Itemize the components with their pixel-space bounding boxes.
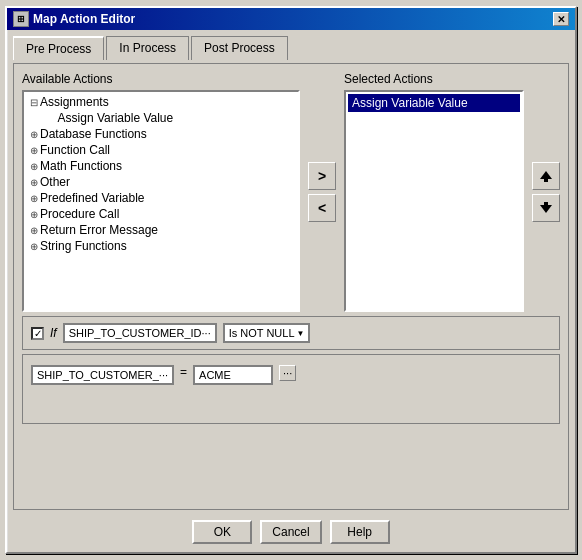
svg-rect-1 xyxy=(544,179,548,182)
expander-pred: ⊕ xyxy=(30,193,38,204)
expander-proc: ⊕ xyxy=(30,209,38,220)
move-down-icon xyxy=(539,201,553,215)
selected-actions-panel: Selected Actions Assign Variable Value xyxy=(344,72,524,312)
tree-item-label: Math Functions xyxy=(40,159,122,173)
tree-item-db-functions[interactable]: ⊕ Database Functions xyxy=(26,126,296,142)
right-buttons xyxy=(532,72,560,312)
assignment-area: SHIP_TO_CUSTOMER_··· = ACME ··· xyxy=(22,354,560,424)
available-actions-listbox[interactable]: ⊟ Assignments Assign Variable Value ⊕ Da… xyxy=(22,90,300,312)
browse-button[interactable]: ··· xyxy=(279,365,296,381)
tree-item-label: Database Functions xyxy=(40,127,147,141)
condition-operator[interactable]: Is NOT NULL ▼ xyxy=(223,323,311,343)
selected-actions-label: Selected Actions xyxy=(344,72,524,86)
tree-item-function-call[interactable]: ⊕ Function Call xyxy=(26,142,296,158)
tree-item-assignments[interactable]: ⊟ Assignments xyxy=(26,94,296,110)
svg-rect-3 xyxy=(544,202,548,205)
available-actions-panel: Available Actions ⊟ Assignments Assign V… xyxy=(22,72,300,312)
window-title: Map Action Editor xyxy=(33,12,135,26)
if-checkbox[interactable]: ✓ xyxy=(31,327,44,340)
title-bar: ⊞ Map Action Editor ✕ xyxy=(7,8,575,30)
tree-item-other[interactable]: ⊕ Other xyxy=(26,174,296,190)
tab-content: Available Actions ⊟ Assignments Assign V… xyxy=(13,63,569,510)
tree-item-return-error[interactable]: ⊕ Return Error Message xyxy=(26,222,296,238)
move-up-icon xyxy=(539,169,553,183)
tree-item-label: Return Error Message xyxy=(40,223,158,237)
move-left-button[interactable]: < xyxy=(308,194,336,222)
tree-item-string[interactable]: ⊕ String Functions xyxy=(26,238,296,254)
equals-sign: = xyxy=(180,365,187,379)
tree-item-predefined[interactable]: ⊕ Predefined Variable xyxy=(26,190,296,206)
tree-item-label: Assign Variable Value xyxy=(58,111,174,125)
tree-item-label: Assignments xyxy=(40,95,109,109)
operator-value: Is NOT NULL xyxy=(229,327,295,339)
expander-str: ⊕ xyxy=(30,241,38,252)
title-bar-left: ⊞ Map Action Editor xyxy=(13,11,135,27)
tree-item-procedure[interactable]: ⊕ Procedure Call xyxy=(26,206,296,222)
selected-actions-listbox[interactable]: Assign Variable Value xyxy=(344,90,524,312)
assignment-right-field[interactable]: ACME xyxy=(193,365,273,385)
tree-item-label: String Functions xyxy=(40,239,127,253)
if-label: If xyxy=(50,326,57,340)
tree-item-math[interactable]: ⊕ Math Functions xyxy=(26,158,296,174)
available-actions-label: Available Actions xyxy=(22,72,300,86)
tab-in-process[interactable]: In Process xyxy=(106,36,189,60)
expander-db: ⊕ xyxy=(30,129,38,140)
expander-ret: ⊕ xyxy=(30,225,38,236)
close-button[interactable]: ✕ xyxy=(553,12,569,26)
cancel-button[interactable]: Cancel xyxy=(260,520,321,544)
assignment-left-field[interactable]: SHIP_TO_CUSTOMER_··· xyxy=(31,365,174,385)
svg-marker-2 xyxy=(540,205,552,213)
expander-math: ⊕ xyxy=(30,161,38,172)
expander-other: ⊕ xyxy=(30,177,38,188)
tab-pre-process[interactable]: Pre Process xyxy=(13,36,104,60)
tree-item-label: Other xyxy=(40,175,70,189)
svg-marker-0 xyxy=(540,171,552,179)
ok-button[interactable]: OK xyxy=(192,520,252,544)
tree-item-label: Function Call xyxy=(40,143,110,157)
move-right-button[interactable]: > xyxy=(308,162,336,190)
selected-item-assign-var[interactable]: Assign Variable Value xyxy=(348,94,520,112)
move-down-button[interactable] xyxy=(532,194,560,222)
map-action-editor-window: ⊞ Map Action Editor ✕ Pre Process In Pro… xyxy=(5,6,577,554)
condition-row: ✓ If SHIP_TO_CUSTOMER_ID··· Is NOT NULL … xyxy=(22,316,560,350)
expander-func: ⊕ xyxy=(30,145,38,156)
footer-buttons: OK Cancel Help xyxy=(13,514,569,546)
panels-row: Available Actions ⊟ Assignments Assign V… xyxy=(22,72,560,312)
expander-assign-var xyxy=(50,113,56,124)
tree-item-label: Procedure Call xyxy=(40,207,119,221)
help-button[interactable]: Help xyxy=(330,520,390,544)
tab-bar: Pre Process In Process Post Process xyxy=(13,36,569,60)
move-up-button[interactable] xyxy=(532,162,560,190)
tree-item-assign-var[interactable]: Assign Variable Value xyxy=(26,110,296,126)
expander-assignments: ⊟ xyxy=(30,97,38,108)
window-icon: ⊞ xyxy=(13,11,29,27)
condition-field[interactable]: SHIP_TO_CUSTOMER_ID··· xyxy=(63,323,217,343)
tab-post-process[interactable]: Post Process xyxy=(191,36,288,60)
middle-buttons: > < xyxy=(308,72,336,312)
tree-item-label: Predefined Variable xyxy=(40,191,145,205)
dropdown-arrow: ▼ xyxy=(297,329,305,338)
window-body: Pre Process In Process Post Process Avai… xyxy=(7,30,575,552)
